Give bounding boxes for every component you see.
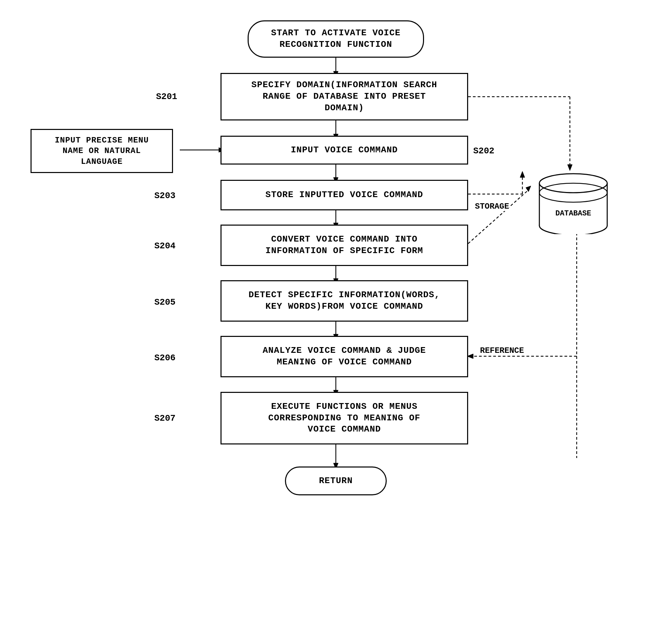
s201-box: SPECIFY DOMAIN(INFORMATION SEARCHRANGE O… [220,73,468,120]
s201-label: S201 [156,92,177,102]
return-node: RETURN [285,466,387,495]
database-cylinder: DATABASE [536,166,611,234]
svg-marker-21 [520,171,525,177]
s203-box: STORE INPUTTED VOICE COMMAND [220,180,468,210]
s205-label: S205 [154,297,175,307]
start-node: START TO ACTIVATE VOICE RECOGNITION FUNC… [248,20,424,58]
s202-box: INPUT VOICE COMMAND [220,136,468,165]
s204-box: CONVERT VOICE COMMAND INTOINFORMATION OF… [220,225,468,266]
storage-label: STORAGE [475,202,509,211]
s202-label: S202 [473,146,494,156]
s203-label: S203 [154,191,175,201]
svg-line-22 [468,189,529,244]
s206-label: S206 [154,353,175,363]
svg-marker-23 [526,186,531,192]
svg-text:DATABASE: DATABASE [555,209,591,218]
s205-box: DETECT SPECIFIC INFORMATION(WORDS,KEY WO… [220,280,468,322]
input-side-box: INPUT PRECISE MENUNAME OR NATURALLANGUAG… [31,129,173,173]
s207-box: EXECUTE FUNCTIONS OR MENUSCORRESPONDING … [220,392,468,444]
s207-label: S207 [154,413,175,423]
s204-label: S204 [154,241,175,251]
reference-label: REFERENCE [480,346,524,355]
flowchart-diagram: START TO ACTIVATE VOICE RECOGNITION FUNC… [0,0,672,629]
s206-box: ANALYZE VOICE COMMAND & JUDGEMEANING OF … [220,336,468,377]
